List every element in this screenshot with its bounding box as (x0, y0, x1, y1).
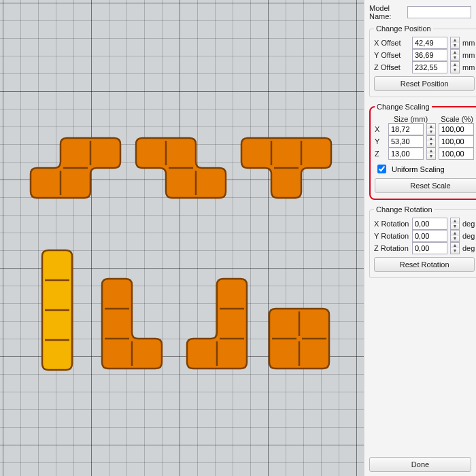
uniform-scaling-label: Uniform Scaling (392, 165, 445, 173)
y-rotation-spinner[interactable]: ▲▼ (450, 230, 460, 242)
change-rotation-legend: Change Rotation (374, 205, 435, 214)
reset-rotation-button[interactable]: Reset Rotation (374, 257, 475, 272)
x-offset-input[interactable] (412, 37, 447, 49)
scale-x-label: X (375, 125, 386, 133)
change-rotation-group: Change Rotation X Rotation ▲▼ deg Y Rota… (369, 205, 476, 278)
z-offset-spinner[interactable]: ▲▼ (450, 61, 460, 73)
model-name-input[interactable] (407, 6, 471, 18)
scale-y-label: Y (375, 137, 386, 146)
done-button[interactable]: Done (369, 457, 471, 472)
change-position-legend: Change Position (374, 24, 433, 33)
unit-mm: mm (462, 39, 475, 47)
tetromino-T[interactable] (237, 134, 335, 203)
size-x-spinner[interactable]: ▲▼ (426, 123, 436, 135)
size-z-input[interactable] (388, 148, 424, 160)
x-rotation-spinner[interactable]: ▲▼ (450, 218, 460, 230)
x-rotation-input[interactable] (412, 218, 447, 230)
y-offset-input[interactable] (412, 49, 447, 61)
tetromino-I[interactable] (38, 246, 76, 375)
y-rotation-label: Y Rotation (374, 232, 409, 240)
uniform-scaling-checkbox[interactable] (377, 165, 386, 173)
change-scaling-group: Change Scaling Size (mm) Scale (%) X ▲▼ … (369, 103, 476, 200)
scale-header: Scale (%) (436, 115, 476, 123)
change-position-group: Change Position X Offset ▲▼ mm Y Offset … (369, 24, 476, 97)
z-rotation-label: Z Rotation (374, 244, 409, 252)
scale-x-input[interactable] (439, 123, 474, 135)
y-rotation-input[interactable] (412, 230, 447, 242)
x-offset-label: X Offset (374, 39, 409, 47)
scale-z-input[interactable] (439, 148, 474, 160)
tetromino-L[interactable] (98, 275, 166, 374)
tetromino-J[interactable] (183, 275, 251, 374)
x-offset-spinner[interactable]: ▲▼ (450, 37, 460, 49)
scale-z-label: Z (375, 150, 386, 158)
reset-scale-button[interactable]: Reset Scale (375, 178, 476, 193)
z-rotation-input[interactable] (412, 242, 447, 254)
z-offset-input[interactable] (412, 61, 447, 73)
tetromino-O[interactable] (265, 305, 333, 374)
y-offset-spinner[interactable]: ▲▼ (450, 49, 460, 61)
x-rotation-label: X Rotation (374, 220, 409, 228)
3d-viewport[interactable] (0, 0, 364, 476)
size-z-spinner[interactable]: ▲▼ (426, 148, 436, 160)
reset-position-button[interactable]: Reset Position (374, 76, 475, 91)
tetromino-S[interactable] (27, 134, 124, 203)
z-rotation-spinner[interactable]: ▲▼ (450, 242, 460, 254)
build-plate-grid (0, 0, 364, 476)
z-offset-label: Z Offset (374, 63, 409, 71)
size-y-input[interactable] (388, 135, 424, 148)
properties-panel: Model Name: Change Position X Offset ▲▼ … (364, 0, 476, 476)
tetromino-Z[interactable] (132, 134, 230, 203)
size-x-input[interactable] (388, 123, 424, 135)
change-scaling-legend: Change Scaling (375, 103, 432, 111)
scale-y-input[interactable] (439, 135, 474, 148)
size-header: Size (mm) (390, 115, 432, 123)
model-name-label: Model Name: (369, 4, 405, 20)
y-offset-label: Y Offset (374, 51, 409, 59)
size-y-spinner[interactable]: ▲▼ (426, 135, 436, 148)
